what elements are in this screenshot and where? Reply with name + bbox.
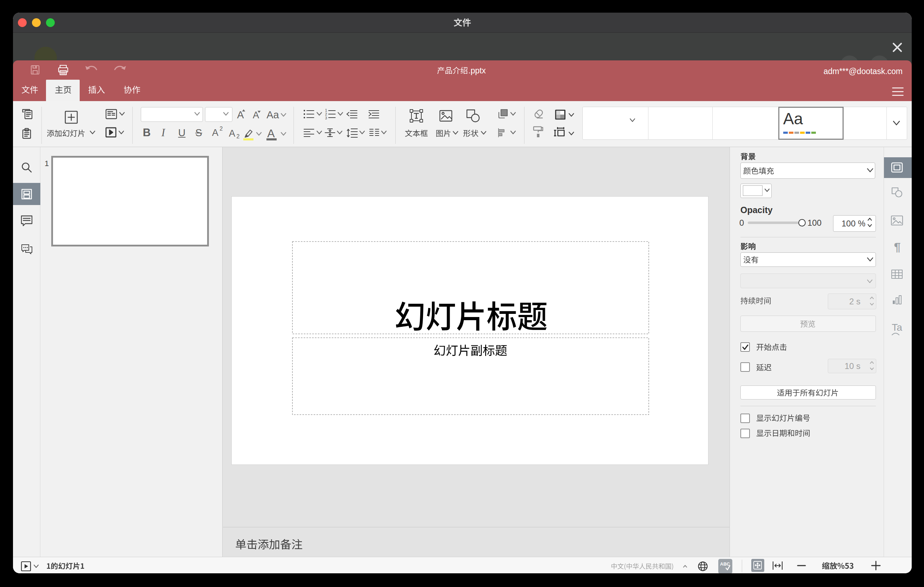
svg-text:2: 2 [325,112,327,116]
svg-text:ABC: ABC [720,561,730,567]
svg-text:3: 3 [325,116,327,120]
svg-text:1: 1 [325,109,327,112]
